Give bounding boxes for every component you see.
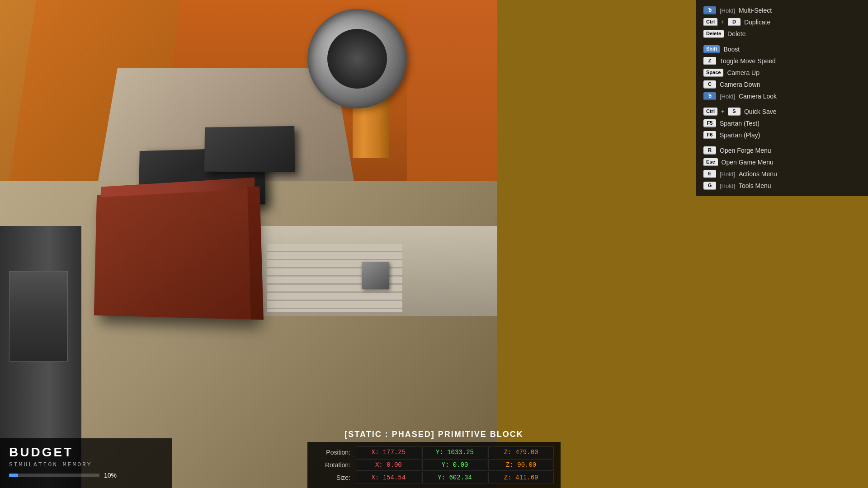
small-box — [362, 262, 389, 289]
primitive-block-3d — [94, 187, 254, 319]
left-structure-detail — [9, 271, 68, 361]
metal-box-2 — [204, 126, 295, 172]
3d-scene — [0, 0, 497, 488]
satellite-dish — [307, 9, 407, 108]
game-viewport — [0, 0, 868, 488]
